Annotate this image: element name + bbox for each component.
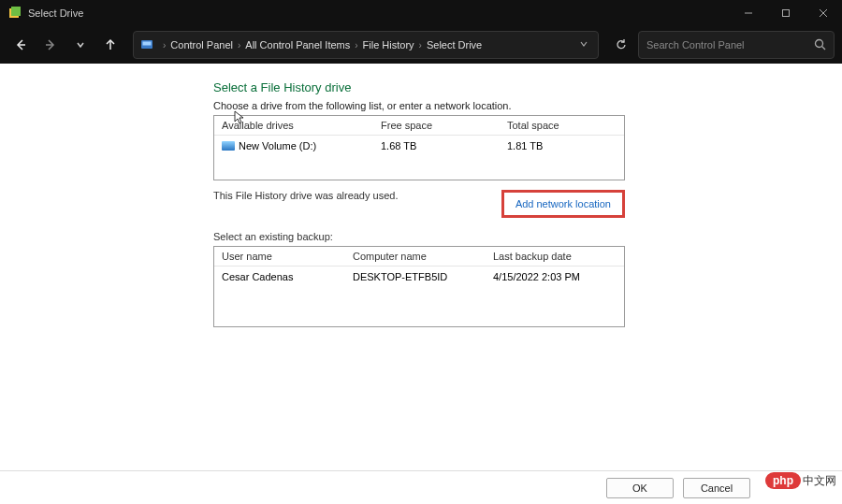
- svg-rect-10: [143, 42, 152, 46]
- app-icon: [7, 6, 22, 21]
- drives-header-row: Available drives Free space Total space: [214, 116, 624, 136]
- search-input[interactable]: Search Control Panel: [638, 31, 835, 59]
- svg-rect-3: [783, 10, 790, 17]
- column-header-user[interactable]: User name: [214, 247, 345, 266]
- existing-backup-heading: Select an existing backup:: [213, 231, 842, 242]
- recent-locations-button[interactable]: [67, 32, 94, 58]
- search-placeholder: Search Control Panel: [646, 39, 814, 50]
- watermark-text: 中文网: [803, 473, 836, 489]
- breadcrumb-item[interactable]: Select Drive: [427, 39, 482, 50]
- up-button[interactable]: [97, 32, 123, 58]
- close-button[interactable]: [805, 0, 842, 26]
- chevron-right-icon: ›: [238, 40, 240, 50]
- column-header-name[interactable]: Available drives: [214, 116, 373, 135]
- existing-backups-list[interactable]: User name Computer name Last backup date…: [213, 246, 625, 327]
- back-button[interactable]: [7, 32, 34, 58]
- column-header-last[interactable]: Last backup date: [486, 247, 624, 266]
- drive-status-text: This File History drive was already used…: [213, 190, 398, 201]
- drive-name: New Volume (D:): [239, 140, 316, 151]
- drive-icon: [222, 141, 235, 151]
- page-description: Choose a drive from the following list, …: [213, 100, 842, 111]
- navigation-bar: › Control Panel › All Control Panel Item…: [0, 26, 842, 64]
- breadcrumb-item[interactable]: All Control Panel Items: [245, 39, 350, 50]
- backup-row[interactable]: Cesar Cadenas DESKTOP-ETFB5ID 4/15/2022 …: [214, 266, 624, 287]
- content-area: Select a File History drive Choose a dri…: [0, 64, 842, 470]
- control-panel-icon: [139, 37, 154, 52]
- ok-button[interactable]: OK: [606, 478, 674, 498]
- watermark: php 中文网: [765, 472, 836, 489]
- svg-rect-1: [11, 7, 21, 16]
- backup-user: Cesar Cadenas: [214, 269, 345, 284]
- drive-row[interactable]: New Volume (D:) 1.68 TB 1.81 TB: [214, 136, 624, 156]
- watermark-pill: php: [765, 472, 801, 489]
- refresh-button[interactable]: [608, 32, 634, 58]
- backup-last-date: 4/15/2022 2:03 PM: [486, 269, 624, 284]
- chevron-right-icon: ›: [419, 40, 422, 50]
- window-title: Select Drive: [28, 7, 83, 19]
- drive-total-space: 1.81 TB: [500, 138, 624, 153]
- backup-computer: DESKTOP-ETFB5ID: [345, 269, 486, 284]
- column-header-total[interactable]: Total space: [500, 116, 624, 135]
- column-header-computer[interactable]: Computer name: [345, 247, 486, 266]
- dialog-button-bar: OK Cancel: [0, 470, 842, 504]
- cancel-button[interactable]: Cancel: [683, 478, 750, 498]
- minimize-button[interactable]: [730, 0, 767, 26]
- svg-point-11: [816, 39, 823, 47]
- breadcrumb-item[interactable]: File History: [363, 39, 414, 50]
- chevron-right-icon: ›: [355, 40, 357, 50]
- add-network-highlight: Add network location: [501, 190, 625, 218]
- available-drives-list[interactable]: Available drives Free space Total space …: [213, 115, 625, 180]
- add-network-location-link[interactable]: Add network location: [515, 198, 611, 209]
- address-bar[interactable]: › Control Panel › All Control Panel Item…: [133, 31, 599, 59]
- drive-free-space: 1.68 TB: [373, 138, 500, 153]
- search-icon: [814, 38, 826, 52]
- forward-button[interactable]: [37, 32, 64, 58]
- maximize-button[interactable]: [767, 0, 805, 26]
- window-titlebar: Select Drive: [0, 0, 842, 26]
- page-title: Select a File History drive: [213, 80, 842, 94]
- backups-header-row: User name Computer name Last backup date: [214, 247, 624, 266]
- window-controls: [730, 0, 842, 26]
- column-header-free[interactable]: Free space: [373, 116, 500, 135]
- breadcrumb-item[interactable]: Control Panel: [170, 39, 233, 50]
- address-dropdown-button[interactable]: [575, 39, 592, 50]
- chevron-right-icon: ›: [163, 40, 166, 50]
- svg-line-12: [822, 46, 826, 50]
